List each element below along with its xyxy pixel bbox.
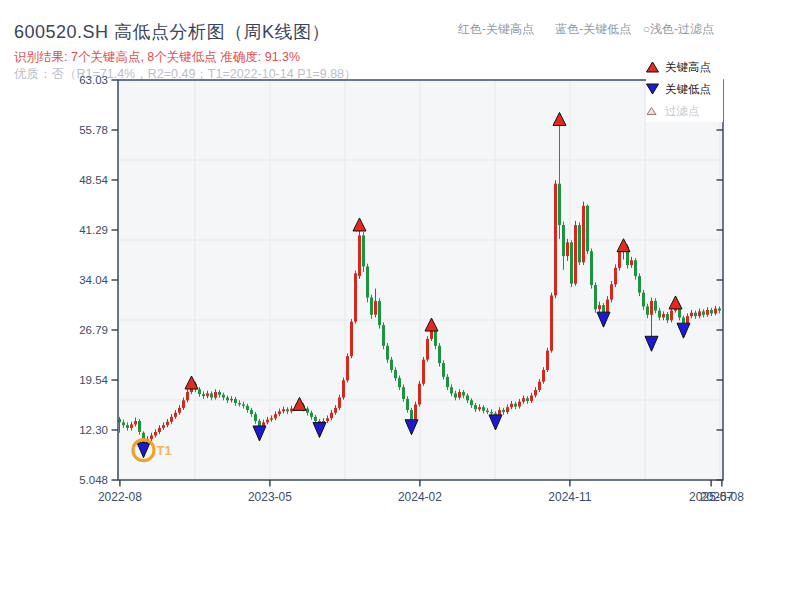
y-tick-label: 26.79 — [79, 324, 108, 336]
legend-item-key-high: 关键高点 — [646, 56, 723, 78]
chart-legend: 关键高点 关键低点 过滤点 — [646, 56, 723, 122]
legend-label: 关键高点 — [665, 60, 711, 75]
light-up-triangle-icon — [646, 106, 659, 116]
x-axis: 2022-082023-052024-022024-112025-072025-… — [98, 480, 744, 504]
legend-label: 过滤点 — [665, 104, 700, 119]
t1-label: T1 — [157, 443, 172, 458]
x-tick-label: 2023-05 — [248, 490, 292, 504]
red-up-triangle-icon — [646, 61, 659, 73]
y-tick-label: 41.29 — [79, 224, 108, 236]
x-tick-label: 2024-11 — [548, 490, 591, 504]
legend-item-filtered: 过滤点 — [646, 100, 723, 122]
y-tick-label: 48.54 — [79, 174, 108, 186]
y-tick-label: 55.78 — [79, 124, 108, 136]
y-tick-label: 19.54 — [79, 374, 108, 386]
blue-down-triangle-icon — [646, 83, 659, 95]
y-tick-label: 34.04 — [79, 274, 108, 286]
x-tick-label: 2022-08 — [98, 490, 142, 504]
y-tick-label: 5.048 — [79, 474, 108, 486]
legend-item-key-low: 关键低点 — [646, 78, 723, 100]
y-tick-label: 12.30 — [79, 424, 108, 436]
legend-label: 关键低点 — [665, 82, 711, 97]
x-tick-label: 2025-08 — [700, 490, 744, 504]
x-tick-label: 2024-02 — [398, 490, 442, 504]
y-tick-label: 63.03 — [79, 74, 108, 86]
